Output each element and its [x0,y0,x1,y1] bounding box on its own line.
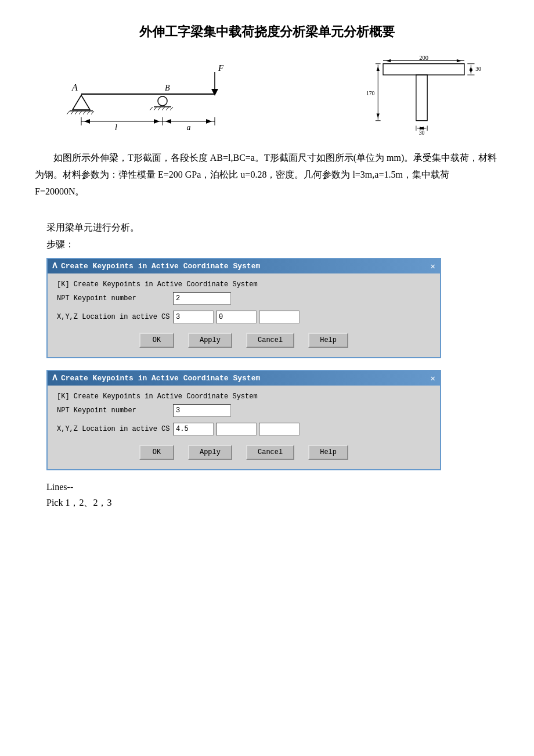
svg-marker-26 [154,119,160,124]
dialog1-field1-label: NPT Keypoint number [57,294,173,303]
svg-text:200: 200 [419,55,428,61]
dialog1: Λ Create Keypoints in Active Coordinate … [46,258,441,358]
svg-marker-31 [206,119,212,124]
analysis-text: 采用梁单元进行分析。 [46,222,499,234]
svg-line-16 [162,107,165,110]
svg-marker-49 [377,114,380,118]
dialog2-buttons: OK Apply Cancel Help [57,445,431,460]
svg-line-3 [71,111,74,114]
dialog2-apply-button[interactable]: Apply [188,445,232,460]
svg-text:30: 30 [475,66,481,72]
dialog2-title: Create Keypoints in Active Coordinate Sy… [61,374,260,383]
dialog1-apply-button[interactable]: Apply [188,333,232,348]
svg-line-5 [79,111,82,114]
dialog2-row2: X,Y,Z Location in active CS [57,423,431,435]
dialog1-titlebar: Λ Create Keypoints in Active Coordinate … [48,259,440,273]
dialog2-cancel-button[interactable]: Cancel [246,445,294,460]
footer-lines-label: Lines-- [46,482,499,492]
dialog1-cancel-button[interactable]: Cancel [246,333,294,348]
svg-point-11 [158,96,167,106]
svg-marker-0 [73,95,90,110]
description-text: 如图所示外伸梁，T形截面，各段长度 AB=l,BC=a。T形截面尺寸如图所示(单… [35,150,499,200]
dialog1-help-button[interactable]: Help [308,333,348,348]
svg-rect-38 [416,75,427,121]
dialog1-field2-input2[interactable] [216,311,257,323]
beam-diagram: A B F [46,55,244,136]
svg-line-18 [170,107,173,110]
svg-line-14 [154,107,157,110]
dialog2: Λ Create Keypoints in Active Coordinate … [46,370,441,470]
section-diagram: 200 30 170 30 [360,55,488,136]
svg-text:B: B [165,84,170,92]
svg-line-7 [87,111,90,114]
dialog2-label-k: [K] Create Keypoints in Active Coordinat… [57,393,431,401]
dialog1-ok-button[interactable]: OK [139,333,174,348]
dialog2-help-button[interactable]: Help [308,445,348,460]
dialog1-field1-input[interactable] [173,292,231,305]
dialog1-field2-input3[interactable] [259,311,300,323]
svg-text:F: F [218,63,224,73]
dialog2-field2-input3[interactable] [259,423,300,435]
dialog2-field2-input2[interactable] [216,423,257,435]
dialog1-field2-label: X,Y,Z Location in active CS [57,313,173,321]
svg-text:170: 170 [366,90,375,96]
dialog1-label-k: [K] Create Keypoints in Active Coordinat… [57,280,431,289]
svg-marker-30 [165,119,171,124]
dialog1-title: Create Keypoints in Active Coordinate Sy… [61,262,260,271]
dialog2-field1-input[interactable] [173,404,231,417]
dialog1-content: [K] Create Keypoints in Active Coordinat… [48,273,440,357]
dialog2-close-icon[interactable]: ✕ [431,373,435,383]
dialog1-row2: X,Y,Z Location in active CS [57,311,431,323]
svg-rect-37 [383,64,464,75]
footer-pick-label: Pick 1，2、2，3 [46,497,499,509]
svg-line-17 [166,107,169,110]
diagram-area: A B F [35,55,499,136]
dialog2-content: [K] Create Keypoints in Active Coordinat… [48,386,440,469]
svg-line-2 [67,111,70,114]
page-title: 外伸工字梁集中载荷挠度分析梁单元分析概要 [35,23,499,41]
dialog1-close-icon[interactable]: ✕ [431,261,435,271]
dialog1-lambda-icon: Λ [52,261,57,271]
dialog2-titlebar: Λ Create Keypoints in Active Coordinate … [48,371,440,386]
svg-line-8 [91,111,94,114]
dialog2-lambda-icon: Λ [52,373,57,383]
svg-line-6 [83,111,86,114]
svg-text:A: A [71,82,78,92]
svg-marker-25 [84,119,90,124]
svg-marker-34 [385,59,391,62]
svg-marker-48 [377,66,380,71]
dialog2-field2-label: X,Y,Z Location in active CS [57,425,173,433]
steps-label: 步骤： [46,239,499,251]
svg-text:a: a [187,123,191,132]
svg-line-4 [75,111,78,114]
dialog2-field2-input1[interactable] [173,423,214,435]
svg-line-13 [150,107,153,110]
svg-marker-43 [470,69,472,74]
dialog1-buttons: OK Apply Cancel Help [57,333,431,348]
dialog1-field2-input1[interactable] [173,311,214,323]
svg-marker-35 [457,59,462,62]
dialog1-row1: NPT Keypoint number [57,292,431,305]
dialog2-row1: NPT Keypoint number [57,404,431,417]
svg-text:l: l [115,123,117,132]
svg-text:30: 30 [419,129,425,136]
dialog2-ok-button[interactable]: OK [139,445,174,460]
dialog2-field1-label: NPT Keypoint number [57,406,173,415]
svg-line-15 [158,107,161,110]
